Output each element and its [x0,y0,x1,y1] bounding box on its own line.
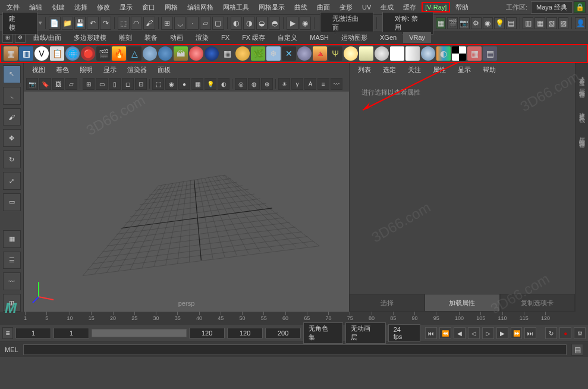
layout-tool[interactable]: ▦ [3,230,21,248]
lasso-icon[interactable]: ◠ [131,17,142,30]
move-tool[interactable]: ✥ [3,129,21,147]
vp-film-icon[interactable]: ▭ [96,78,108,90]
redo-icon[interactable]: ↷ [100,17,111,30]
loop-icon[interactable]: ↻ [545,327,557,339]
vray-icon-18[interactable]: ❄ [266,46,281,61]
lock-icon[interactable]: 🔒 [574,1,586,13]
prev-key-icon[interactable]: ◀ [454,327,466,339]
panel3-icon[interactable]: ▧ [546,17,557,29]
range-end[interactable] [227,328,263,338]
vp-bookmark-icon[interactable]: 🔖 [39,78,51,90]
vray-icon-3[interactable]: V [34,46,49,61]
cmd-input[interactable] [23,344,567,355]
menu-mesh[interactable]: 网格 [161,1,182,14]
vp-menu-show[interactable]: 显示 [99,64,121,76]
vp-menu-shade[interactable]: 着色 [51,64,74,76]
workspace-dropdown[interactable]: Maya 经典 [531,1,573,14]
snap-point-icon[interactable]: · [187,17,198,30]
vp-shadow-icon[interactable]: ◐ [218,78,229,90]
vp-menu-light[interactable]: 照明 [75,64,98,76]
paint-tool[interactable]: 🖌 [3,108,21,126]
snap-live-icon[interactable]: ▢ [212,17,224,30]
vp-xray-icon[interactable]: ◍ [248,78,260,90]
vray-icon-12[interactable]: 🏔 [174,46,188,61]
vray-icon-31[interactable]: ▦ [467,46,482,61]
vp-menu-panels[interactable]: 面板 [153,64,175,76]
shelf-tab-mash[interactable]: MASH [304,32,335,43]
vp-gate-icon[interactable]: ▯ [109,78,121,90]
vray-icon-4[interactable]: 📋 [50,46,64,61]
vray-icon-16[interactable] [235,46,250,61]
vray-icon-8[interactable]: 🔥 [112,46,126,61]
vp-texture-icon[interactable]: ▦ [191,78,203,90]
vray-icon-24[interactable] [359,46,373,61]
current-frame[interactable] [265,328,301,338]
vp-grid-icon[interactable]: ⊞ [83,78,95,90]
vray-icon-1[interactable]: ▦ [4,46,18,61]
autokey-icon[interactable]: ● [559,327,571,339]
vp-gamma-icon[interactable]: γ [291,78,303,90]
select-icon[interactable]: ⬚ [118,17,129,30]
range-slider[interactable] [92,329,187,337]
menu-help[interactable]: 帮助 [451,1,473,14]
shelf-tab-fxcache[interactable]: FX 缓存 [236,32,271,44]
symmetry-status[interactable]: 对称: 禁用 [382,12,433,34]
history4-icon[interactable]: ◓ [269,17,280,30]
vray-icon-17[interactable]: 🌿 [251,46,265,61]
menu-curves[interactable]: 曲线 [290,1,312,14]
cmd-lang-label[interactable]: MEL [5,346,18,353]
vp-2d-icon[interactable]: ▱ [65,78,77,90]
shelf-tab-custom[interactable]: 自定义 [272,32,303,44]
animlayer-dropdown[interactable]: 无动画层 [345,322,385,344]
vp-aa-icon[interactable]: A [304,78,316,90]
panel2-icon[interactable]: ▦ [534,17,545,29]
render-seq-icon[interactable]: 🎬 [447,17,458,29]
history-icon[interactable]: ◐ [231,17,242,30]
shelf-tab-fx[interactable]: FX [215,32,235,43]
goto-start-icon[interactable]: ⏮ [425,327,437,339]
vray-icon-29[interactable]: ◐ [436,46,451,61]
menu-editmesh[interactable]: 编辑网格 [183,1,218,14]
vray-icon-26[interactable] [390,46,404,61]
light-editor-icon[interactable]: 💡 [494,17,505,29]
attr-menu-help[interactable]: 帮助 [478,64,501,76]
open-icon[interactable]: 📁 [62,17,73,30]
vp-image-icon[interactable]: 🖼 [52,78,64,90]
vray-icon-2[interactable]: ▥ [19,46,33,61]
render-settings-icon[interactable]: ⚙ [471,17,482,29]
charset-dropdown[interactable]: 无角色集 [303,322,343,344]
vray-icon-20[interactable] [297,46,312,61]
tab-channelbox[interactable]: 通道盒/层编辑器 [578,69,586,92]
rotate-tool[interactable]: ↻ [3,150,21,168]
vp-joint-icon[interactable]: ⊕ [261,78,273,90]
vray-icon-28[interactable] [421,46,435,61]
menu-meshdisplay[interactable]: 网格显示 [254,1,289,14]
render-view-icon[interactable]: ▦ [436,17,446,29]
range-menu-icon[interactable]: ≡ [2,327,13,339]
menu-uv[interactable]: UV [358,2,375,12]
new-icon[interactable]: 📄 [49,17,60,30]
viewport-3d[interactable]: persp [24,92,349,312]
scale-tool[interactable]: ⤢ [3,172,21,190]
range-start-inner[interactable] [54,328,89,338]
render-setup-icon[interactable]: ▤ [506,17,517,29]
vray-icon-5[interactable]: 🌐 [65,46,80,61]
fps-dropdown[interactable]: 24 fps [388,324,421,342]
next-key-icon[interactable]: ▶ [496,327,508,339]
step-back-icon[interactable]: ⏪ [439,327,451,339]
outliner-icon[interactable]: ☰ [3,252,21,269]
vray-icon-15[interactable]: ▦ [220,46,234,61]
menu-vray[interactable]: [V-Ray] [422,2,450,12]
shelf-tab-render[interactable]: 渲染 [190,32,215,44]
vp-menu-view[interactable]: 视图 [27,64,50,76]
hypershade-icon[interactable]: ◉ [483,17,493,29]
shelf-tab-motion[interactable]: 运动图形 [335,32,373,44]
tab-modelkit[interactable]: 建模工具包 [578,104,586,117]
ipr-render-icon[interactable]: 📷 [459,17,470,29]
history2-icon[interactable]: ◑ [243,17,254,30]
shelf-tab-anim[interactable]: 动画 [164,32,189,44]
vp-select-cam-icon[interactable]: 📷 [26,78,38,90]
prefs-icon[interactable]: ⚙ [574,327,586,339]
attr-menu-list[interactable]: 列表 [353,64,376,76]
panel4-icon[interactable]: ▨ [558,17,569,29]
